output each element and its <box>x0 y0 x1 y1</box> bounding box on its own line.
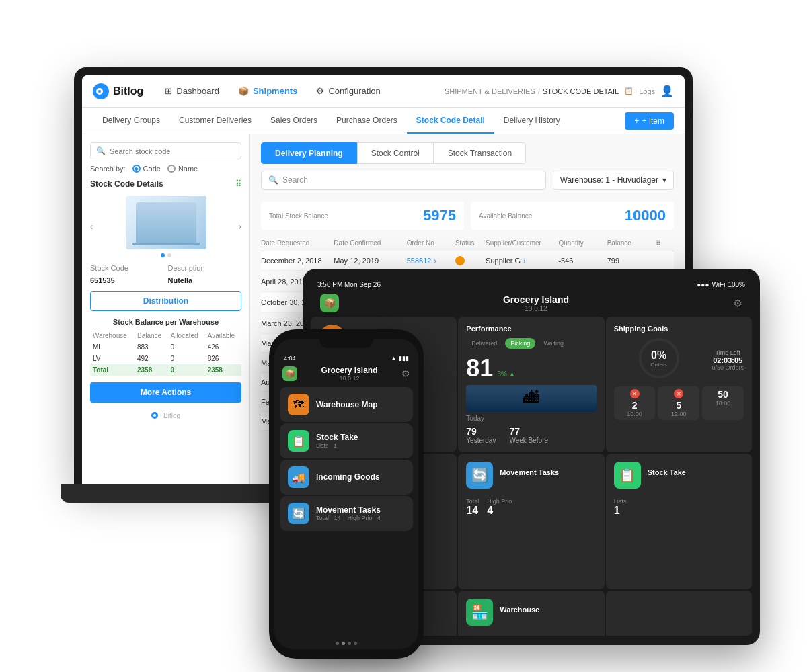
stock-balance-table: Warehouse Balance Allocated Available ML… <box>90 330 241 376</box>
col-order-no: Order No <box>407 239 455 247</box>
tab-stock-control[interactable]: Stock Control <box>357 142 434 164</box>
movement-tasks-title: Movement Tasks <box>500 468 559 476</box>
radio-code[interactable]: Code <box>132 165 161 173</box>
radio-name-dot <box>167 165 176 173</box>
menu-warehouse-map-title: Warehouse Map <box>316 400 405 409</box>
phone-menu-warehouse-map[interactable]: 🗺 Warehouse Map <box>280 387 413 422</box>
phone-dot-4 <box>354 642 357 645</box>
col-supplier-customer: Supplier/Customer <box>486 239 558 247</box>
cell-order-no: 558612 › <box>407 257 455 265</box>
slot-time-1: 10:00 <box>618 411 652 417</box>
cell-allocated: 0 <box>168 341 205 353</box>
log-icon: 📋 <box>624 87 633 95</box>
tablet-stock-take[interactable]: 📋 Stock Take Lists 1 <box>606 454 752 589</box>
search-bar[interactable]: 🔍 <box>90 142 241 159</box>
mv-high-prio-label: High Prio <box>487 498 512 505</box>
orders-count: 0/50 Orders <box>712 364 744 371</box>
slot-num-1: 2 <box>618 400 652 411</box>
phone-device: 4:04 ▲ ▮▮▮ 📦 Grocery Island 10.0.12 ⚙ 🗺 <box>269 329 424 659</box>
tablet-movement-tasks[interactable]: 🔄 Movement Tasks Total 14 High Prio 4 <box>458 454 604 589</box>
tablet-warehouse[interactable]: 🏪 Warehouse <box>458 591 604 636</box>
phone-battery-icon: ▮▮▮ <box>399 355 409 362</box>
col-available: Available <box>205 330 241 341</box>
menu-warehouse-map-text: Warehouse Map <box>316 400 405 409</box>
time-left-label: Time Left <box>712 349 744 356</box>
perf-tab-waiting[interactable]: Waiting <box>538 338 569 349</box>
menu-incoming-goods-icon: 🚚 <box>288 466 309 488</box>
distribution-button[interactable]: Distribution <box>90 291 241 311</box>
perf-yesterday-label: Yesterday <box>466 437 496 444</box>
description-value: Nutella <box>168 276 242 284</box>
slot-3: 50 18:00 <box>702 386 744 420</box>
radio-name[interactable]: Name <box>167 165 198 173</box>
stock-take-icon: 📋 <box>614 462 641 489</box>
phone-menu-incoming-goods[interactable]: 🚚 Incoming Goods <box>280 460 413 495</box>
shipping-pct: 0% <box>651 349 666 362</box>
col-status: Status <box>455 239 486 247</box>
cell-warehouse: LV <box>90 353 134 364</box>
col-date-requested: Date Requested <box>261 239 334 247</box>
cell-balance: 883 <box>134 341 168 353</box>
user-icon[interactable]: 👤 <box>660 85 674 97</box>
shipping-circle: 0% Orders <box>639 338 679 378</box>
slot-num-2: 5 <box>662 400 695 411</box>
slot-1: ✕ 2 10:00 <box>614 386 656 420</box>
tab-delivery-groups[interactable]: Delivery Groups <box>93 108 169 134</box>
order-link[interactable]: 558612 <box>407 257 432 265</box>
more-actions-button[interactable]: More Actions <box>90 382 241 403</box>
phone-menu-stock-take[interactable]: 📋 Stock Take Lists 1 <box>280 423 413 458</box>
phone-gear-icon[interactable]: ⚙ <box>401 368 410 379</box>
cell-warehouse: ML <box>90 341 134 353</box>
col-allocated: Allocated <box>168 330 205 341</box>
cell-available: 2358 <box>205 364 241 376</box>
balance-row: Total Stock Balance 5975 Available Balan… <box>250 196 685 235</box>
cell-supplier: Supplier G › <box>486 257 558 265</box>
tab-stock-transaction[interactable]: Stock Transaction <box>434 142 526 164</box>
tab-delivery-history[interactable]: Delivery History <box>494 108 570 134</box>
image-nav-right[interactable]: › <box>238 221 241 232</box>
tablet-gear-icon[interactable]: ⚙ <box>733 297 742 310</box>
shipping-slots: ✕ 2 10:00 ✕ 5 12:00 50 18:00 <box>614 386 744 420</box>
slot-x-1: ✕ <box>630 389 640 398</box>
perf-tab-delivered[interactable]: Delivered <box>466 338 502 349</box>
dot-2 <box>167 253 171 257</box>
supplier-chevron[interactable]: › <box>523 257 525 265</box>
nav-shipments[interactable]: 📦 Shipments <box>230 82 305 100</box>
breadcrumb: SHIPMENT & DELIVERIES / STOCK CODE DETAI… <box>445 87 619 95</box>
tab-stock-code-detail[interactable]: Stock Code Detail <box>407 108 494 134</box>
sidebar: 🔍 Search by: Code Name <box>82 134 250 484</box>
tab-delivery-planning[interactable]: Delivery Planning <box>261 142 357 164</box>
warehouse-select[interactable]: Warehouse: 1 - Huvudlager ▾ <box>553 171 674 190</box>
nav-configuration[interactable]: ⚙ Configuration <box>308 82 388 100</box>
col-balance: Balance <box>607 239 656 247</box>
search-input[interactable] <box>110 147 235 155</box>
cell-quantity: -546 <box>558 257 607 265</box>
description-label: Description <box>168 264 242 272</box>
tab-sales-orders[interactable]: Sales Orders <box>261 108 327 134</box>
tab-customer-deliveries[interactable]: Customer Deliveries <box>169 108 261 134</box>
logo: Bitlog <box>93 83 143 99</box>
tab-purchase-orders[interactable]: Purchase Orders <box>327 108 407 134</box>
section-title: Stock Code Details ⠿ <box>90 179 241 189</box>
phone-menu-movement-tasks[interactable]: 🔄 Movement Tasks Total 14 High Prio 4 <box>280 496 413 531</box>
phone-app-info: Grocery Island 10.0.12 <box>297 366 401 382</box>
phone-dots <box>274 638 418 649</box>
stock-table-section: Stock Balance per Warehouse Warehouse Ba… <box>90 318 241 376</box>
dot-1 <box>161 253 165 257</box>
mv-total-val: 14 <box>466 505 479 517</box>
panel-search[interactable]: 🔍 Search <box>261 171 546 190</box>
menu-stock-take-icon: 📋 <box>288 430 309 452</box>
available-balance-card: Available Balance 10000 <box>471 202 674 230</box>
phone-dot-2 <box>342 642 345 645</box>
breadcrumb-separator: / <box>538 87 540 95</box>
tablet-status-bar: 3:56 PM Mon Sep 26 ●●● WiFi 100% <box>309 278 753 291</box>
order-chevron[interactable]: › <box>434 257 436 265</box>
add-item-button[interactable]: + + Item <box>625 112 674 130</box>
warehouse-label: Warehouse: 1 - Huvudlager <box>560 175 658 185</box>
nav-dashboard[interactable]: ⊞ Dashboard <box>157 82 227 100</box>
perf-week: 77 Week Before <box>509 426 548 444</box>
image-nav-left[interactable]: ‹ <box>90 221 93 232</box>
svg-point-1 <box>98 90 101 93</box>
perf-tab-picking[interactable]: Picking <box>505 338 535 349</box>
menu-stock-take-text: Stock Take Lists 1 <box>316 433 405 449</box>
